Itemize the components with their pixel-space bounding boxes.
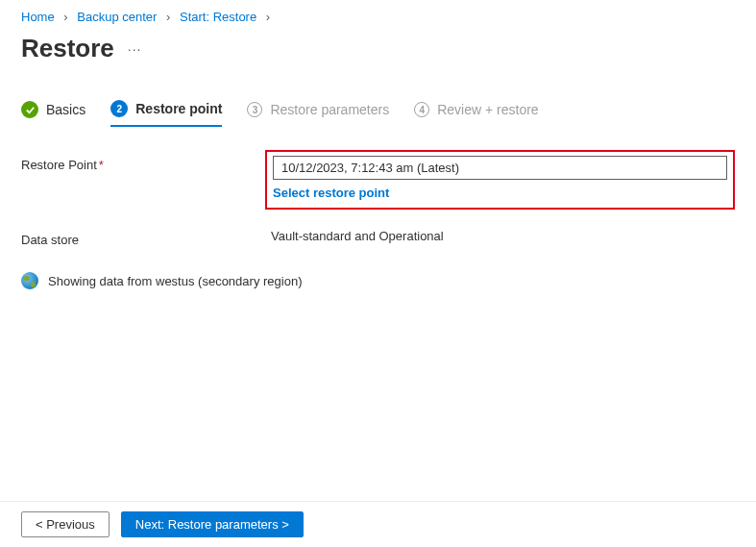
tab-label: Basics bbox=[46, 102, 85, 117]
breadcrumb-backup-center[interactable]: Backup center bbox=[77, 10, 157, 24]
step-number-icon: 2 bbox=[110, 100, 128, 117]
tab-restore-parameters: 3 Restore parameters bbox=[247, 102, 389, 125]
chevron-right-icon: › bbox=[266, 10, 270, 24]
region-info: Showing data from westus (secondary regi… bbox=[0, 266, 756, 295]
tab-restore-point[interactable]: 2 Restore point bbox=[110, 100, 222, 127]
step-number-icon: 3 bbox=[247, 102, 262, 117]
wizard-footer: < Previous Next: Restore parameters > bbox=[0, 501, 756, 547]
tab-label: Restore parameters bbox=[270, 102, 389, 117]
page-header: Restore ··· bbox=[0, 28, 756, 83]
row-data-store: Data store Vault-standard and Operationa… bbox=[21, 229, 735, 247]
highlight-box: Select restore point bbox=[265, 150, 735, 210]
value-data-store: Vault-standard and Operational bbox=[271, 229, 735, 243]
step-number-icon: 4 bbox=[414, 102, 429, 117]
check-icon bbox=[21, 101, 38, 118]
breadcrumb: Home › Backup center › Start: Restore › bbox=[0, 0, 756, 28]
globe-icon bbox=[21, 272, 38, 289]
page-title: Restore bbox=[21, 34, 114, 63]
restore-point-input[interactable] bbox=[273, 156, 727, 180]
select-restore-point-link[interactable]: Select restore point bbox=[273, 186, 389, 200]
label-restore-point: Restore Point* bbox=[21, 154, 271, 172]
tab-review-restore: 4 Review + restore bbox=[414, 102, 538, 125]
tab-label: Review + restore bbox=[437, 102, 538, 117]
previous-button[interactable]: < Previous bbox=[21, 511, 110, 537]
form-area: Restore Point* Select restore point Data… bbox=[0, 127, 756, 247]
wizard-tabs: Basics 2 Restore point 3 Restore paramet… bbox=[0, 100, 756, 127]
row-restore-point: Restore Point* Select restore point bbox=[21, 154, 735, 210]
breadcrumb-home[interactable]: Home bbox=[21, 10, 55, 24]
breadcrumb-start-restore[interactable]: Start: Restore bbox=[180, 10, 256, 24]
chevron-right-icon: › bbox=[166, 10, 170, 24]
chevron-right-icon: › bbox=[63, 10, 67, 24]
more-actions-icon[interactable]: ··· bbox=[128, 41, 142, 57]
tab-basics[interactable]: Basics bbox=[21, 101, 85, 126]
tab-label: Restore point bbox=[135, 101, 222, 116]
region-text: Showing data from westus (secondary regi… bbox=[48, 274, 302, 288]
next-button[interactable]: Next: Restore parameters > bbox=[121, 511, 304, 537]
label-data-store: Data store bbox=[21, 229, 271, 247]
